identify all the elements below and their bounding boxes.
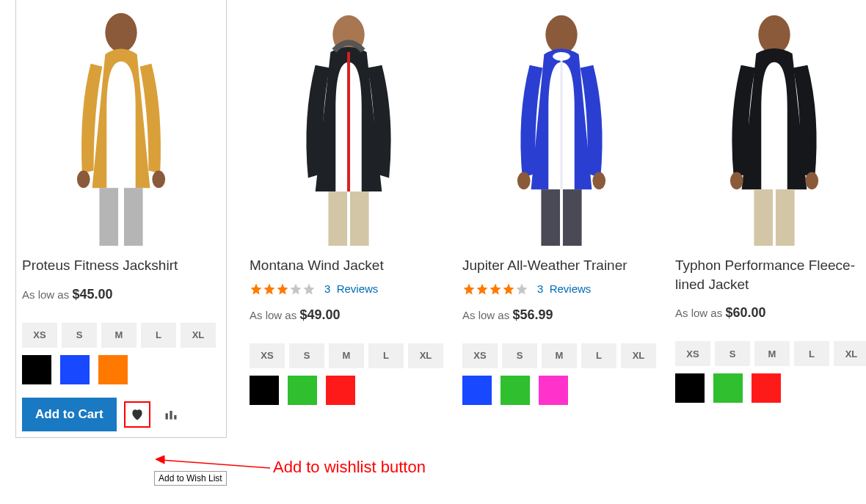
svg-point-17	[758, 15, 790, 54]
size-swatches: XSSMLXL	[462, 343, 661, 368]
size-swatch[interactable]: L	[794, 341, 829, 366]
svg-line-22	[161, 460, 270, 468]
size-swatches: XSSMLXL	[675, 341, 866, 366]
svg-rect-2	[124, 188, 143, 246]
svg-rect-19	[776, 189, 795, 246]
color-swatch[interactable]	[462, 376, 492, 405]
color-swatch[interactable]	[501, 376, 530, 405]
size-swatch[interactable]: XS	[675, 341, 710, 366]
svg-rect-5	[165, 413, 167, 419]
color-swatch[interactable]	[288, 376, 317, 405]
size-swatch[interactable]: XL	[408, 343, 443, 368]
as-low-as-label: As low as	[250, 309, 296, 321]
product-illustration	[250, 0, 448, 246]
size-swatch[interactable]: M	[329, 343, 364, 368]
color-swatch[interactable]	[326, 376, 355, 405]
product-name[interactable]: Montana Wind Jacket	[250, 256, 448, 275]
size-swatch[interactable]: XS	[22, 323, 57, 348]
as-low-as-label: As low as	[462, 309, 509, 321]
size-swatches: XSSMLXL	[250, 343, 448, 368]
color-swatch[interactable]	[22, 355, 51, 384]
size-swatch[interactable]: L	[581, 343, 616, 368]
product-image-link[interactable]	[675, 0, 866, 246]
svg-rect-6	[170, 411, 172, 420]
price-row: As low as $45.00	[22, 287, 220, 302]
product-price: $45.00	[72, 287, 112, 302]
color-swatch[interactable]	[98, 355, 128, 384]
annotation-arrow	[154, 449, 272, 471]
size-swatch[interactable]: XL	[181, 323, 216, 348]
svg-point-11	[545, 15, 577, 54]
svg-point-16	[592, 172, 605, 190]
svg-point-0	[105, 13, 137, 52]
reviews-link[interactable]: 3 Reviews	[537, 282, 591, 295]
size-swatch[interactable]: XL	[834, 341, 866, 366]
size-swatch[interactable]: L	[141, 323, 176, 348]
annotation-label: Add to wishlist button	[273, 458, 426, 477]
product-name[interactable]: Jupiter All-Weather Trainer	[462, 256, 661, 275]
star-rating	[250, 282, 316, 296]
size-swatch[interactable]: XS	[462, 343, 498, 368]
product-image-link[interactable]	[250, 0, 448, 246]
svg-point-4	[152, 171, 165, 189]
add-to-compare-button[interactable]	[158, 401, 184, 428]
reviews-label: Reviews	[550, 282, 592, 295]
product-illustration	[22, 0, 220, 246]
price-row: As low as $60.00	[675, 305, 866, 321]
size-swatch[interactable]: S	[502, 343, 537, 368]
color-swatch[interactable]	[675, 373, 705, 403]
add-to-wishlist-button[interactable]	[124, 401, 150, 428]
product-name[interactable]: Proteus Fitness Jackshirt	[22, 256, 220, 275]
size-swatch[interactable]: M	[542, 343, 577, 368]
product-name[interactable]: Typhon Performance Fleece-lined Jacket	[675, 256, 866, 293]
add-to-cart-button[interactable]: Add to Cart	[22, 398, 117, 431]
size-swatch[interactable]: L	[368, 343, 404, 368]
svg-marker-23	[156, 456, 164, 464]
svg-rect-10	[350, 191, 369, 246]
svg-rect-14	[563, 189, 582, 246]
product-card: Proteus Fitness Jackshirt As low as $45.…	[15, 0, 227, 438]
star-rating	[462, 282, 528, 296]
product-grid: Proteus Fitness Jackshirt As low as $45.…	[0, 0, 866, 431]
color-swatches	[462, 376, 661, 405]
heart-icon	[130, 407, 145, 422]
size-swatch[interactable]: XS	[250, 343, 285, 368]
rating-row: 3 Reviews	[462, 282, 661, 296]
size-swatch[interactable]: S	[289, 343, 324, 368]
size-swatch[interactable]: M	[754, 341, 790, 366]
product-price: $60.00	[725, 305, 765, 320]
compare-icon	[164, 407, 178, 422]
svg-rect-9	[328, 191, 347, 246]
svg-point-20	[730, 172, 743, 190]
svg-point-15	[517, 172, 531, 190]
color-swatch[interactable]	[539, 376, 568, 405]
reviews-count: 3	[537, 282, 543, 295]
reviews-link[interactable]: 3 Reviews	[324, 282, 378, 295]
price-row: As low as $56.99	[462, 307, 661, 323]
wishlist-tooltip: Add to Wish List	[154, 471, 227, 486]
product-image-link[interactable]	[462, 0, 661, 246]
as-low-as-label: As low as	[675, 307, 722, 319]
product-price: $56.99	[512, 307, 553, 322]
product-price: $49.00	[299, 307, 340, 322]
product-image-link[interactable]	[22, 0, 220, 246]
size-swatches: XSSMLXL	[22, 323, 220, 348]
product-card: Typhon Performance Fleece-lined Jacket A…	[675, 0, 866, 431]
color-swatch[interactable]	[752, 373, 781, 403]
size-swatch[interactable]: S	[62, 323, 97, 348]
color-swatches	[675, 373, 866, 403]
color-swatches	[250, 376, 448, 405]
svg-rect-1	[99, 188, 118, 246]
price-row: As low as $49.00	[250, 307, 448, 323]
svg-rect-18	[754, 189, 773, 246]
product-illustration	[462, 0, 661, 246]
size-swatch[interactable]: S	[715, 341, 750, 366]
color-swatch[interactable]	[713, 373, 743, 403]
reviews-count: 3	[324, 282, 330, 295]
actions-row: Add to Cart	[22, 398, 220, 431]
size-swatch[interactable]: M	[101, 323, 137, 348]
color-swatch[interactable]	[60, 355, 90, 384]
color-swatch[interactable]	[250, 376, 279, 405]
product-card: Montana Wind Jacket 3 Reviews As low as …	[250, 0, 448, 431]
size-swatch[interactable]: XL	[621, 343, 656, 368]
